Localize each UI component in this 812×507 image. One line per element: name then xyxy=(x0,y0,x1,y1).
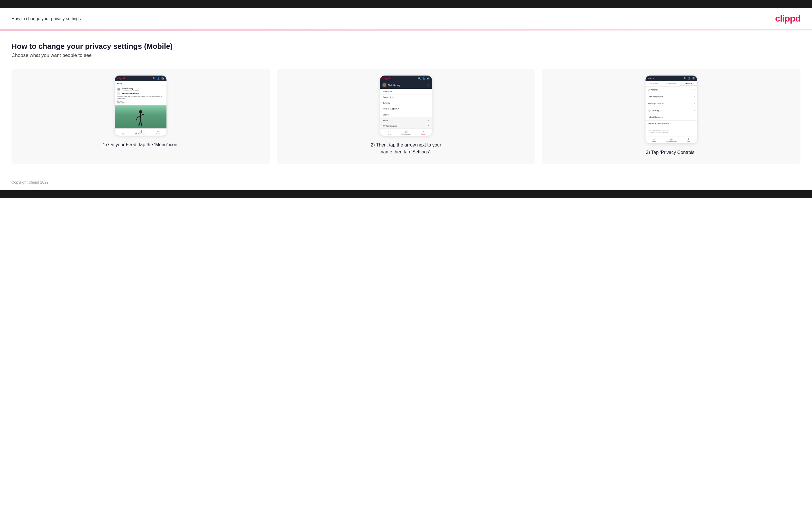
user-icon-2: 👤 xyxy=(422,77,425,80)
phone1-logo: clippd xyxy=(117,77,125,80)
chevron-icon-3: › xyxy=(694,102,695,105)
dropdown-arrow-1: ∨ xyxy=(427,119,429,121)
home-icon: ⌂ xyxy=(123,130,124,133)
menu-user-row: Blair McHarg ∧ xyxy=(380,81,432,89)
top-bar xyxy=(0,0,812,8)
phone3-bottom-nav: ⌂ Home 📊 My Performance ≡ Menu xyxy=(646,136,697,143)
post: 👤 Blair McHarg Yesterday · Sunningdale L… xyxy=(115,86,166,105)
logo: clippd xyxy=(775,13,801,24)
header-title: How to change your privacy settings xyxy=(11,16,81,21)
version-info: Clippd Client Version: 2022.8.3-3 GGL Se… xyxy=(646,127,697,136)
dropdown-arrow-2: ∨ xyxy=(427,125,429,127)
performance-nav-item: 📊 My Performance xyxy=(132,130,149,135)
menu-nav-item[interactable]: ≡ Menu xyxy=(149,130,166,135)
performance-nav-3: 📊 My Performance xyxy=(663,137,680,143)
tab-connections[interactable]: Connections xyxy=(663,81,680,86)
menu-user-info: Blair McHarg xyxy=(383,83,400,87)
help-support-item[interactable]: Help & Support ↗ xyxy=(380,106,432,112)
steps-row: clippd 🔍 👤 ⚙️ Feed 👤 Blai xyxy=(11,69,801,164)
connections-item[interactable]: Connections xyxy=(380,95,432,100)
phone2-nav-bar: clippd 🔍 👤 ⚙️ xyxy=(380,75,432,81)
header: How to change your privacy settings clip… xyxy=(0,8,812,30)
my-profile-item[interactable]: My Profile xyxy=(380,89,432,95)
search-icon-2: 🔍 xyxy=(418,77,421,80)
lesson-icon xyxy=(117,92,120,95)
menu-arrow-icon[interactable]: ∧ xyxy=(428,84,429,87)
svg-line-6 xyxy=(136,118,137,121)
phone-1-mockup: clippd 🔍 👤 ⚙️ Feed 👤 Blai xyxy=(115,75,166,135)
menu-avatar xyxy=(383,83,387,87)
settings-item[interactable]: Settings xyxy=(380,100,432,106)
menu-nav-2: ✕ Menu xyxy=(415,130,432,135)
settings-tabs: My Profile Connections Settings xyxy=(646,81,697,87)
lesson-title: Lesson with Fordy xyxy=(121,93,139,95)
phone2-logo: clippd xyxy=(383,77,390,80)
golfer-silhouette xyxy=(135,110,146,128)
phone2-bottom-nav: ⌂ Home 📊 My Performance ✕ Menu xyxy=(380,129,432,136)
back-link[interactable]: < Back xyxy=(648,77,654,79)
menu-label-3: Menu xyxy=(687,141,691,143)
performance-icon: 📊 xyxy=(139,130,142,133)
service-privacy-item[interactable]: Service & Privacy Policy ↗ xyxy=(646,121,697,127)
svg-line-5 xyxy=(141,121,142,125)
step-3-caption: 3) Tap ‘Privacy Controls’. xyxy=(646,149,697,156)
chevron-icon-4: › xyxy=(694,109,695,112)
lesson-row: Lesson with Fordy xyxy=(117,92,164,95)
perf-label-3: My Performance xyxy=(666,141,676,143)
home-nav-item: ⌂ Home xyxy=(115,130,132,135)
phone1-bottom-nav: ⌂ Home 📊 My Performance ≡ Menu xyxy=(115,128,166,135)
phone-2-mockup: clippd 🔍 👤 ⚙️ Blair McHarg ∧ xyxy=(380,75,432,136)
user-icon: 👤 xyxy=(157,77,160,80)
home-icon-2: ⌂ xyxy=(388,130,389,133)
performance-label: My Performance xyxy=(136,133,146,135)
step-1-card: clippd 🔍 👤 ⚙️ Feed 👤 Blai xyxy=(11,69,270,164)
perf-icon-2: 📊 xyxy=(405,130,408,133)
home-icon-3: ⌂ xyxy=(653,137,655,140)
lesson-desc: Looking to feel like my hands are exitin… xyxy=(117,96,164,100)
step-1-caption: 1) On your Feed, tap the ‘Menu’ icon. xyxy=(103,141,179,148)
chevron-icon-2: › xyxy=(694,95,695,98)
search-icon: 🔍 xyxy=(153,77,156,80)
bottom-bar xyxy=(0,190,812,198)
tab-my-profile[interactable]: My Profile xyxy=(646,81,663,86)
duration: Duration 01 hr : 30 min xyxy=(117,100,164,104)
svg-line-3 xyxy=(141,114,144,115)
home-nav-3: ⌂ Home xyxy=(646,137,663,143)
phone3-back-bar: < Back 🔍 👤 ⚙️ xyxy=(646,75,697,81)
menu-icon-3: ≡ xyxy=(688,137,689,140)
step-2-card: clippd 🔍 👤 ⚙️ Blair McHarg ∧ xyxy=(277,69,536,164)
post-user: 👤 Blair McHarg Yesterday · Sunningdale xyxy=(117,87,164,91)
menu-nav-3: ≡ Menu xyxy=(680,137,697,143)
perf-icon-3: 📊 xyxy=(670,137,673,140)
menu-user-name: Blair McHarg xyxy=(388,84,400,86)
svg-line-2 xyxy=(137,115,141,118)
tab-settings[interactable]: Settings xyxy=(680,81,697,86)
step-3-card: < Back 🔍 👤 ⚙️ My Profile Connections xyxy=(542,69,801,164)
data-integrations-item[interactable]: Data Integrations › xyxy=(646,93,697,100)
home-label-3: Home xyxy=(652,141,656,143)
chevron-icon-1: › xyxy=(694,89,695,91)
golf-image xyxy=(115,105,166,128)
page-heading: How to change your privacy settings (Mob… xyxy=(11,42,801,51)
performance-section[interactable]: My Performance ∨ xyxy=(380,123,432,129)
main-content: How to change your privacy settings (Mob… xyxy=(0,31,812,175)
copyright: Copyright Clippd 2022 xyxy=(11,180,49,184)
my-golf-bag-item[interactable]: My Golf Bag › xyxy=(646,107,697,114)
logout-item[interactable]: Logout xyxy=(380,112,432,118)
my-account-item[interactable]: My Account › xyxy=(646,87,697,93)
home-section[interactable]: Home ∨ xyxy=(380,118,432,123)
search-icon-3: 🔍 xyxy=(683,77,687,79)
settings-icon-2: ⚙️ xyxy=(427,77,429,80)
privacy-controls-item[interactable]: Privacy Controls › xyxy=(646,100,697,107)
menu-icon-2: ✕ xyxy=(422,130,424,133)
post-user-name: Blair McHarg xyxy=(121,87,139,89)
footer: Copyright Clippd 2022 xyxy=(0,175,812,190)
home-label-2: Home xyxy=(387,133,391,135)
phone-3-mockup: < Back 🔍 👤 ⚙️ My Profile Connections xyxy=(646,75,697,143)
avatar: 👤 xyxy=(117,88,120,91)
menu-label-2: Menu xyxy=(421,133,425,135)
performance-nav-2: 📊 My Performance xyxy=(397,130,415,135)
phone1-nav-bar: clippd 🔍 👤 ⚙️ xyxy=(115,75,166,81)
help-support-item-3[interactable]: Help & Support ↗ xyxy=(646,114,697,121)
home-nav-2: ⌂ Home xyxy=(380,130,397,135)
